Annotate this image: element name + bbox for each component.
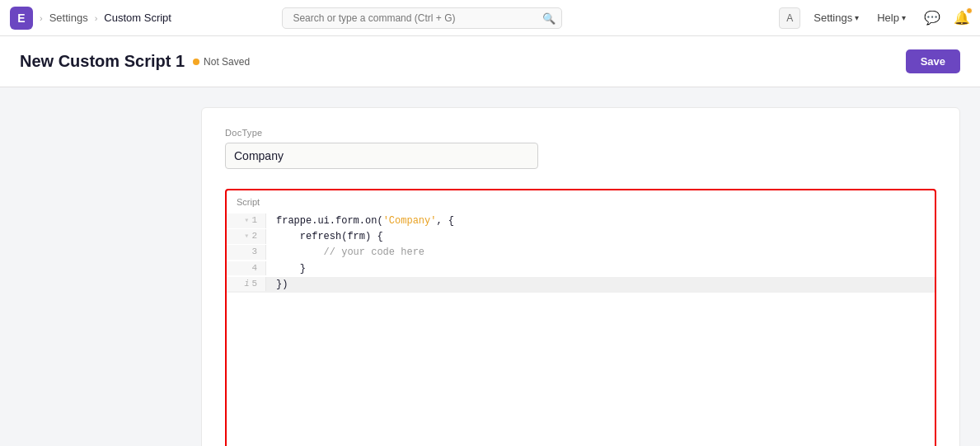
line-content-2: refresh(frm) { [266,229,935,245]
gutter-1: ▾ 1 [227,214,266,228]
notifications-btn[interactable]: 🔔 [954,10,970,26]
doctype-field: DocType [225,128,936,169]
line-content-5: }) [266,277,935,293]
script-label: Script [227,190,935,207]
script-field: Script ▾ 1 frappe.ui.form.on('Company', … [225,189,936,446]
breadcrumb-custom-script: Custom Script [104,12,171,24]
navbar: E › Settings › Custom Script 🔍 A Setting… [0,0,980,36]
save-button[interactable]: Save [906,49,960,73]
form-section: DocType Script ▾ 1 frappe.ui.form.on('Co… [201,107,960,446]
code-line-1: ▾ 1 frappe.ui.form.on('Company', { [227,214,935,229]
app-logo: E [10,7,33,30]
chat-icon-btn[interactable]: 💬 [919,7,945,29]
fold-icon-2: ▾ [244,230,249,243]
doctype-input[interactable] [225,143,538,169]
search-input[interactable] [282,7,562,29]
line-content-1: frappe.ui.form.on('Company', { [266,214,935,229]
code-line-5: i 5 }) [227,277,935,293]
status-text: Not Saved [204,56,250,68]
search-icon: 🔍 [542,12,556,24]
code-editor[interactable]: ▾ 1 frappe.ui.form.on('Company', { ▾ 2 r… [227,207,935,446]
main-content: DocType Script ▾ 1 frappe.ui.form.on('Co… [0,87,980,446]
help-menu[interactable]: Help ▾ [872,8,911,27]
code-line-4: 4 } [227,261,935,277]
breadcrumb-chevron-1: › [40,13,43,23]
breadcrumb-settings[interactable]: Settings [49,12,88,24]
fold-icon-1: ▾ [244,214,249,228]
line-info-5: i [244,278,249,291]
settings-menu[interactable]: Settings ▾ [809,8,864,27]
page-title: New Custom Script 1 [20,52,185,71]
help-chevron-icon: ▾ [902,13,906,22]
breadcrumb-chevron-2: › [95,13,98,23]
avatar: A [779,7,800,29]
gutter-3: 3 [227,245,266,260]
global-search: 🔍 [282,7,562,29]
code-line-3: 3 // your code here [227,245,935,261]
settings-chevron-icon: ▾ [855,13,859,22]
status-badge: Not Saved [193,56,250,68]
line-content-3: // your code here [266,245,935,261]
gutter-4: 4 [227,261,266,276]
gutter-5: i 5 [227,277,266,292]
line-content-4: } [266,261,935,277]
notification-dot [966,7,973,14]
page-header: New Custom Script 1 Not Saved Save [0,36,980,87]
page-title-area: New Custom Script 1 Not Saved [20,52,250,71]
doctype-label: DocType [225,128,936,138]
code-line-2: ▾ 2 refresh(frm) { [227,229,935,245]
navbar-right: A Settings ▾ Help ▾ 💬 🔔 [779,7,970,29]
gutter-2: ▾ 2 [227,229,266,244]
status-dot [193,59,199,65]
